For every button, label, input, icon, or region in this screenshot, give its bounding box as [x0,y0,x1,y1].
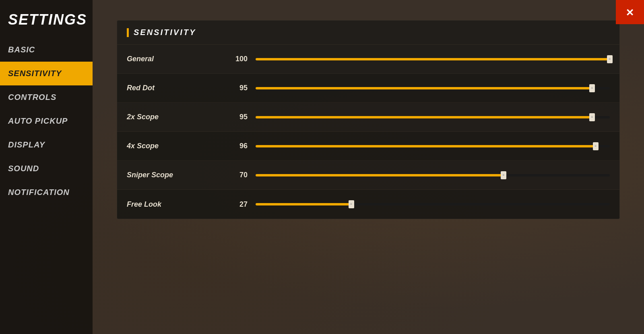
slider-value: 95 [227,113,248,121]
slider-row-free-look: Free Look27 [117,190,619,219]
sidebar-item-sensitivity[interactable]: SENSITIVITY [0,62,93,85]
slider-thumb[interactable] [501,171,506,179]
slider-track-fill [256,116,592,118]
close-button[interactable]: × [616,0,644,24]
panel-header-accent-bar [127,28,129,37]
slider-track[interactable] [256,174,610,177]
slider-label: 2x Scope [127,113,227,121]
slider-thumb[interactable] [593,142,599,150]
slider-row-2x-scope: 2x Scope95 [117,103,619,132]
slider-label: Sniper Scope [127,171,227,179]
slider-thumb[interactable] [589,113,595,121]
sidebar-item-basic[interactable]: BASIC [0,38,93,62]
slider-row-sniper-scope: Sniper Scope70 [117,161,619,190]
panel-header-title: SENSITIVITY [134,28,196,37]
sidebar-item-sound[interactable]: SOUND [0,157,93,180]
slider-track-fill [256,58,610,60]
slider-label: 4x Scope [127,142,227,150]
sidebar-item-controls[interactable]: CONTROLS [0,85,93,109]
slider-row-general: General100 [117,45,619,74]
sidebar-item-display[interactable]: DISPLAY [0,133,93,157]
panel-header: SENSITIVITY [117,21,619,45]
slider-label: Free Look [127,200,227,209]
slider-thumb[interactable] [589,84,595,92]
slider-thumb[interactable] [349,200,354,208]
slider-track[interactable] [256,116,610,119]
slider-track[interactable] [256,203,610,206]
slider-value: 27 [227,200,248,209]
slider-track[interactable] [256,58,610,61]
sidebar-item-auto-pickup[interactable]: AUTO PICKUP [0,109,93,133]
slider-label: Red Dot [127,84,227,92]
slider-row-4x-scope: 4x Scope96 [117,132,619,161]
slider-row-red-dot: Red Dot95 [117,74,619,103]
sensitivity-panel: SENSITIVITY General100Red Dot952x Scope9… [117,20,620,219]
slider-track[interactable] [256,145,610,148]
slider-track[interactable] [256,87,610,90]
slider-value: 100 [227,55,248,63]
sidebar-item-notification[interactable]: NOTIFICATION [0,180,93,204]
slider-track-fill [256,145,596,147]
slider-value: 96 [227,142,248,150]
slider-thumb[interactable] [607,55,613,63]
app-title: SETTINGS [0,4,93,38]
main-content: SENSITIVITY General100Red Dot952x Scope9… [93,0,644,334]
slider-value: 95 [227,84,248,92]
slider-value: 70 [227,171,248,179]
sidebar: SETTINGS BASICSENSITIVITYCONTROLSAUTO PI… [0,0,93,334]
close-icon: × [626,6,634,19]
slider-track-fill [256,87,592,89]
slider-track-fill [256,203,351,205]
slider-track-fill [256,174,504,176]
slider-label: General [127,55,227,63]
page-container: SETTINGS BASICSENSITIVITYCONTROLSAUTO PI… [0,0,644,334]
